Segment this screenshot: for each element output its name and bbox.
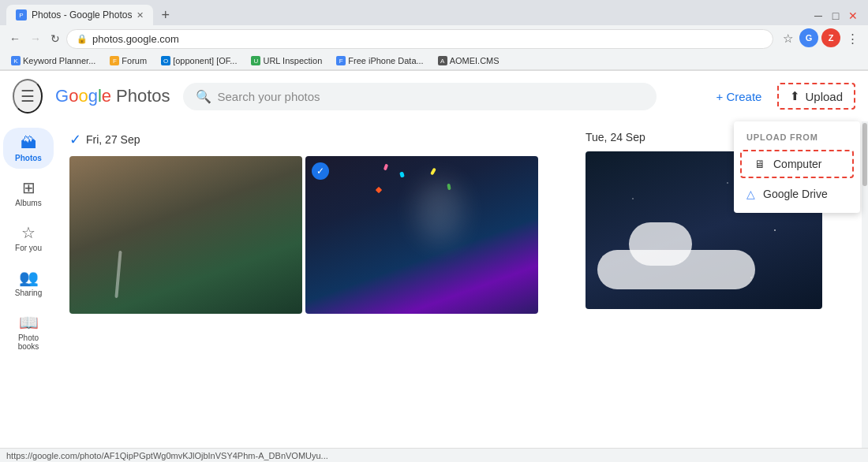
forward-button[interactable]: →	[27, 29, 44, 48]
photos-nav-icon: 🏔	[21, 134, 36, 152]
computer-icon: 🖥	[754, 158, 765, 170]
new-tab-button[interactable]: +	[156, 7, 174, 24]
header-actions: + Create ⬆ Upload	[707, 83, 856, 110]
photos-sections: ✓ Fri, 27 Sep	[69, 131, 849, 314]
search-placeholder: Search your photos	[218, 90, 320, 103]
sidebar-item-albums-label: Albums	[15, 199, 41, 207]
confetti-glow	[416, 180, 463, 243]
date-check-icon: ✓	[69, 131, 81, 148]
tab-favicon: P	[16, 9, 27, 20]
upload-drive-option[interactable]: △ Google Drive	[734, 181, 860, 207]
sidebar-item-photobooks-label: Photo books	[8, 333, 49, 351]
status-bar: https://google.com/photo/AF1QipPGptWg0mv…	[0, 448, 868, 462]
photobooks-nav-icon: 📖	[19, 313, 39, 332]
bookmark-favicon: A	[438, 56, 447, 65]
bookmark-label: URL Inspection	[263, 56, 322, 65]
bookmark-favicon: K	[11, 56, 21, 65]
back-button[interactable]: ←	[6, 29, 24, 48]
create-button[interactable]: + Create	[707, 85, 772, 108]
bookmark-favicon: U	[251, 56, 260, 65]
upload-dropdown: UPLOAD FROM 🖥 Computer △ Google Drive	[734, 121, 860, 213]
bookmark-aomei[interactable]: A AOMEI.CMS	[433, 54, 504, 67]
app-logo: Google Photos	[55, 86, 170, 106]
tab-close-button[interactable]: ✕	[137, 10, 144, 20]
upload-button[interactable]: ⬆ Upload	[777, 83, 855, 110]
bookmark-url-inspection[interactable]: U URL Inspection	[246, 54, 327, 67]
create-label: + Create	[716, 90, 762, 103]
logo-text: Google	[55, 86, 111, 106]
tab-bar: P Photos - Google Photos ✕ + ─ □ ✕	[0, 0, 868, 25]
confetti-piece	[376, 187, 382, 193]
cloud-top	[629, 222, 692, 266]
extensions-menu-button[interactable]: ⋮	[844, 28, 862, 49]
sharing-nav-icon: 👥	[19, 268, 39, 287]
date-label-fri: Fri, 27 Sep	[86, 133, 140, 146]
upload-computer-option[interactable]: 🖥 Computer	[740, 150, 854, 178]
photos-row-fri: ✓	[69, 156, 538, 314]
search-icon: 🔍	[196, 89, 211, 104]
bookmark-opponent[interactable]: O [opponent] [OF...	[156, 54, 241, 67]
app-header: ☰ Google Photos 🔍 Search your photos + C…	[0, 71, 868, 121]
scrollbar-thumb[interactable]	[862, 123, 867, 186]
sidebar-item-photobooks[interactable]: 📖 Photo books	[3, 307, 54, 357]
hamburger-menu-button[interactable]: ☰	[13, 79, 43, 114]
bookmark-favicon: F	[336, 56, 346, 65]
star-icon[interactable]: ☆	[780, 28, 796, 49]
sidebar-item-photos-label: Photos	[15, 154, 42, 162]
photo-check-mark: ✓	[312, 162, 329, 180]
logo-e: e	[102, 86, 111, 106]
logo-g: G	[55, 86, 69, 106]
photo-check-overlay: ✓	[312, 162, 329, 180]
bookmark-label: [opponent] [OF...	[173, 56, 237, 65]
upload-dropdown-title: UPLOAD FROM	[734, 128, 860, 147]
bookmark-label: Keyword Planner...	[23, 56, 95, 65]
date-section-fri: ✓ Fri, 27 Sep	[69, 131, 538, 314]
confetti-piece	[399, 171, 405, 177]
search-bar[interactable]: 🔍 Search your photos	[183, 83, 657, 110]
address-bar: ← → ↻ 🔒 photos.google.com ☆ G Z ⋮	[0, 25, 868, 52]
bookmark-keyword-planner[interactable]: K Keyword Planner...	[6, 54, 100, 67]
date-header-fri: ✓ Fri, 27 Sep	[69, 131, 538, 148]
drive-label: Google Drive	[763, 188, 828, 200]
bookmark-favicon: F	[110, 56, 119, 65]
account-avatar-g[interactable]: G	[799, 28, 818, 47]
sidebar-item-albums[interactable]: ⊞ Albums	[3, 172, 54, 214]
albums-nav-icon: ⊞	[22, 178, 36, 197]
sidebar-item-photos[interactable]: 🏔 Photos	[3, 128, 54, 169]
window-controls: ─ □ ✕	[813, 9, 862, 20]
minimize-button[interactable]: ─	[813, 9, 824, 20]
close-button[interactable]: ✕	[847, 9, 859, 20]
active-tab[interactable]: P Photos - Google Photos ✕	[6, 5, 153, 25]
logo-o1: o	[69, 86, 78, 106]
browser-action-icons: ☆ G Z ⋮	[780, 28, 862, 49]
bookmark-forum[interactable]: F Forum	[105, 54, 152, 67]
upload-icon: ⬆	[790, 89, 800, 103]
bookmark-free-iphone[interactable]: F Free iPhone Data...	[331, 54, 428, 67]
maximize-button[interactable]: □	[830, 9, 841, 20]
account-avatar-z[interactable]: Z	[821, 28, 840, 47]
bookmark-favicon: O	[161, 56, 170, 65]
address-input[interactable]: 🔒 photos.google.com	[66, 29, 773, 49]
bookmark-label: Forum	[122, 56, 147, 65]
sidebar-item-sharing-label: Sharing	[15, 289, 42, 297]
upload-label: Upload	[805, 90, 843, 103]
photo-confetti[interactable]: ✓	[305, 156, 538, 314]
sidebar-item-foryou-label: For you	[15, 244, 42, 252]
sidebar-item-sharing[interactable]: 👥 Sharing	[3, 262, 54, 304]
status-url: https://google.com/photo/AF1QipPGptWg0mv…	[6, 451, 328, 460]
app-container: ☰ Google Photos 🔍 Search your photos + C…	[0, 71, 868, 462]
photo-cliff[interactable]	[69, 156, 302, 314]
bookmark-label: AOMEI.CMS	[450, 56, 499, 65]
logo-photos-text: Photos	[116, 86, 170, 106]
confetti-piece	[383, 164, 388, 171]
sidebar: 🏔 Photos ⊞ Albums ☆ For you 👥 Sharing 📖 …	[0, 121, 57, 462]
logo-o2: o	[78, 86, 88, 106]
drive-icon: △	[746, 188, 755, 200]
computer-label: Computer	[773, 158, 821, 170]
sidebar-item-for-you[interactable]: ☆ For you	[3, 217, 54, 259]
tab-title: Photos - Google Photos	[32, 9, 132, 20]
reload-button[interactable]: ↻	[47, 29, 63, 48]
bookmarks-bar: K Keyword Planner... F Forum O [opponent…	[0, 52, 868, 70]
logo-g2: g	[88, 86, 98, 106]
scrollbar-track	[862, 121, 868, 462]
